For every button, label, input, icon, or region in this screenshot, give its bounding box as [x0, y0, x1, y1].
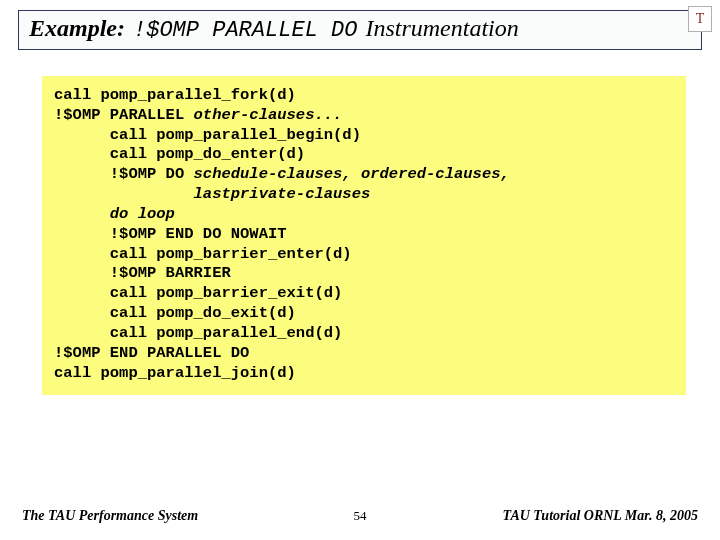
title-code-fragment: !$OMP PARALLEL DO [133, 18, 357, 43]
title-example-word: Example: [29, 15, 125, 42]
tau-logo: T [688, 6, 712, 32]
slide-title-bar: Example: !$OMP PARALLEL DO Instrumentati… [18, 10, 702, 50]
code-italic: do loop [54, 205, 175, 223]
footer-right: TAU Tutorial ORNL Mar. 8, 2005 [503, 508, 698, 524]
code-line: call pomp_parallel_fork(d) [54, 86, 296, 104]
code-line: call pomp_do_exit(d) [54, 304, 296, 322]
footer-left: The TAU Performance System [22, 508, 198, 524]
code-line: !$OMP PARALLEL [54, 106, 194, 124]
code-line: !$OMP END PARALLEL DO [54, 344, 249, 362]
code-line: call pomp_do_enter(d) [54, 145, 305, 163]
code-block: call pomp_parallel_fork(d) !$OMP PARALLE… [42, 76, 686, 395]
code-line: call pomp_parallel_end(d) [54, 324, 342, 342]
code-line: !$OMP END DO NOWAIT [54, 225, 287, 243]
code-line: call pomp_parallel_begin(d) [54, 126, 361, 144]
slide-footer: The TAU Performance System 54 TAU Tutori… [0, 508, 720, 524]
code-italic: other-clauses... [194, 106, 343, 124]
code-italic: lastprivate-clauses [54, 185, 370, 203]
code-line: !$OMP DO [54, 165, 194, 183]
title-rest: Instrumentation [365, 15, 518, 42]
code-italic: schedule-clauses, ordered-clauses, [194, 165, 510, 183]
code-line: !$OMP BARRIER [54, 264, 231, 282]
code-line: call pomp_barrier_enter(d) [54, 245, 352, 263]
code-line: call pomp_barrier_exit(d) [54, 284, 342, 302]
code-line: call pomp_parallel_join(d) [54, 364, 296, 382]
slide-number: 54 [354, 508, 367, 524]
